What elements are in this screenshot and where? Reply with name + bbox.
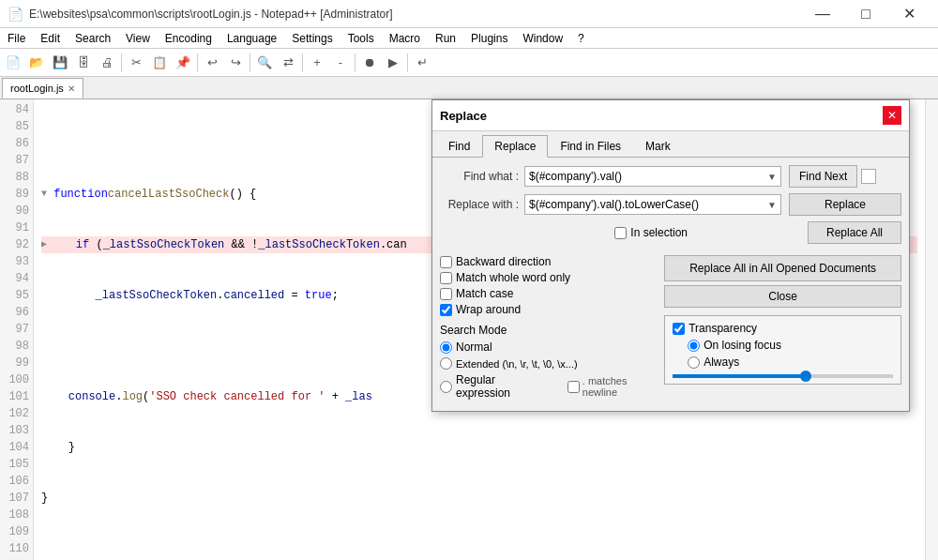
toolbar-open[interactable]: 📂 bbox=[25, 52, 48, 74]
dialog-titlebar: Replace ✕ bbox=[432, 100, 909, 131]
wrap-around-row: Wrap around bbox=[440, 303, 657, 316]
find-what-row: Find what : $(#company').val() ▼ Find Ne… bbox=[440, 165, 901, 188]
minimize-button[interactable]: — bbox=[801, 0, 844, 28]
search-mode-regex-row: Regular expression . matches newline bbox=[440, 373, 657, 400]
transparency-on-focus-radio[interactable] bbox=[688, 340, 700, 352]
toolbar-zoom-in[interactable]: + bbox=[306, 52, 328, 74]
toolbar-redo[interactable]: ↪ bbox=[224, 52, 247, 74]
dialog-tab-mark[interactable]: Mark bbox=[633, 135, 683, 157]
wrap-around-label: Wrap around bbox=[456, 303, 521, 316]
menu-settings[interactable]: Settings bbox=[284, 28, 340, 48]
find-what-value: $(#company').val() bbox=[529, 170, 622, 183]
dialog-right-col: Replace All in All Opened Documents Clos… bbox=[664, 255, 901, 403]
replace-with-row: Replace with : $(#company').val().toLowe… bbox=[440, 193, 901, 216]
title-bar: 📄 E:\websites\psa\common\scripts\rootLog… bbox=[0, 0, 938, 28]
search-mode-extended-label: Extended (\n, \r, \t, \0, \x...) bbox=[456, 358, 578, 370]
in-selection-checkbox[interactable] bbox=[614, 227, 627, 239]
match-whole-word-checkbox[interactable] bbox=[440, 272, 452, 284]
code-line-91: } bbox=[41, 490, 917, 507]
toolbar-saveall[interactable]: 🗄 bbox=[72, 52, 95, 74]
transparency-slider-track[interactable] bbox=[673, 374, 893, 378]
toolbar-save[interactable]: 💾 bbox=[49, 52, 71, 74]
find-next-col: Find Next bbox=[789, 165, 901, 188]
dialog-tab-find[interactable]: Find bbox=[436, 135, 482, 157]
window-close-button[interactable]: ✕ bbox=[887, 0, 930, 28]
replace-with-label: Replace with : bbox=[440, 198, 524, 211]
menu-language[interactable]: Language bbox=[219, 28, 284, 48]
dialog-close-btn[interactable]: ✕ bbox=[883, 106, 901, 125]
toolbar-macro-record[interactable]: ⏺ bbox=[358, 52, 381, 74]
dialog-tab-findinfiles[interactable]: Find in Files bbox=[548, 135, 633, 157]
transparency-on-focus-row: On losing focus bbox=[688, 339, 893, 352]
toolbar-sep-4 bbox=[302, 53, 303, 72]
search-mode-label: Search Mode bbox=[440, 324, 657, 337]
toolbar-undo[interactable]: ↩ bbox=[201, 52, 223, 74]
dialog-tab-replace[interactable]: Replace bbox=[482, 135, 548, 158]
transparency-slider-fill bbox=[673, 374, 805, 378]
vertical-scrollbar[interactable] bbox=[925, 99, 938, 560]
menu-view[interactable]: View bbox=[118, 28, 158, 48]
close-dialog-button[interactable]: Close bbox=[664, 285, 901, 308]
find-what-arrow-icon: ▼ bbox=[767, 172, 777, 182]
replace-with-arrow-icon: ▼ bbox=[767, 200, 777, 210]
matches-newline-checkbox[interactable] bbox=[567, 381, 580, 393]
toolbar-sep-2 bbox=[197, 53, 198, 72]
search-mode-normal-label: Normal bbox=[456, 341, 492, 354]
menu-plugins[interactable]: Plugins bbox=[463, 28, 515, 48]
match-case-checkbox[interactable] bbox=[440, 288, 452, 300]
toolbar-find[interactable]: 🔍 bbox=[253, 52, 276, 74]
toolbar-wordwrap[interactable]: ↵ bbox=[411, 52, 433, 74]
toolbar-print[interactable]: 🖨 bbox=[96, 52, 118, 74]
main-area: 84 85 86 87 88 89 90 91 92 93 94 95 96 9… bbox=[0, 99, 938, 560]
transparency-always-radio[interactable] bbox=[688, 356, 700, 369]
toolbar-zoom-out[interactable]: - bbox=[329, 52, 352, 74]
toolbar-sep-1 bbox=[121, 53, 122, 72]
backward-direction-row: Backward direction bbox=[440, 255, 657, 268]
find-what-label: Find what : bbox=[440, 170, 524, 183]
transparency-slider-thumb[interactable] bbox=[800, 371, 811, 382]
toolbar-replace[interactable]: ⇄ bbox=[277, 52, 299, 74]
search-mode-regex-radio[interactable] bbox=[440, 381, 452, 393]
transparency-label: Transparency bbox=[688, 322, 757, 335]
backward-direction-checkbox[interactable] bbox=[440, 256, 452, 268]
toolbar: 📄 📂 💾 🗄 🖨 ✂ 📋 📌 ↩ ↪ 🔍 ⇄ + - ⏺ ▶ ↵ bbox=[0, 49, 938, 77]
menu-run[interactable]: Run bbox=[428, 28, 463, 48]
transparency-always-row: Always bbox=[688, 356, 893, 369]
find-what-dropdown[interactable]: $(#company').val() ▼ bbox=[524, 166, 781, 187]
dialog-title: Replace bbox=[440, 109, 487, 123]
replace-button[interactable]: Replace bbox=[789, 193, 901, 216]
tab-close-btn[interactable]: ✕ bbox=[68, 83, 75, 94]
menu-bar: File Edit Search View Encoding Language … bbox=[0, 28, 938, 49]
replace-all-opened-button[interactable]: Replace All in All Opened Documents bbox=[664, 255, 901, 281]
find-checkbox[interactable] bbox=[861, 169, 876, 184]
in-selection-check: In selection bbox=[614, 221, 688, 244]
search-mode-extended-radio[interactable] bbox=[440, 357, 452, 370]
replace-with-value: $(#company').val().toLowerCase() bbox=[529, 198, 699, 211]
transparency-checkbox[interactable] bbox=[673, 323, 685, 335]
tab-rootloginjs[interactable]: rootLogin.js ✕ bbox=[2, 78, 83, 98]
maximize-button[interactable]: □ bbox=[844, 0, 887, 28]
menu-encoding[interactable]: Encoding bbox=[158, 28, 219, 48]
search-mode-normal-radio[interactable] bbox=[440, 341, 452, 354]
toolbar-macro-play[interactable]: ▶ bbox=[382, 52, 404, 74]
replace-all-button[interactable]: Replace All bbox=[808, 221, 901, 244]
toolbar-new[interactable]: 📄 bbox=[2, 52, 24, 74]
replace-btn-col: Replace bbox=[789, 193, 901, 216]
menu-edit[interactable]: Edit bbox=[33, 28, 68, 48]
transparency-header: Transparency bbox=[673, 322, 893, 335]
find-next-button[interactable]: Find Next bbox=[789, 165, 857, 188]
toolbar-sep-6 bbox=[407, 53, 408, 72]
menu-tools[interactable]: Tools bbox=[340, 28, 382, 48]
menu-window[interactable]: Window bbox=[515, 28, 570, 48]
menu-search[interactable]: Search bbox=[68, 28, 118, 48]
toolbar-copy[interactable]: 📋 bbox=[148, 52, 171, 74]
dialog-middle: Backward direction Match whole word only… bbox=[432, 255, 909, 411]
menu-help[interactable]: ? bbox=[570, 28, 592, 48]
menu-macro[interactable]: Macro bbox=[382, 28, 428, 48]
matches-newline-area: . matches newline bbox=[567, 375, 657, 398]
toolbar-cut[interactable]: ✂ bbox=[125, 52, 147, 74]
toolbar-paste[interactable]: 📌 bbox=[172, 52, 194, 74]
menu-file[interactable]: File bbox=[0, 28, 33, 48]
replace-with-dropdown[interactable]: $(#company').val().toLowerCase() ▼ bbox=[524, 194, 781, 215]
wrap-around-checkbox[interactable] bbox=[440, 304, 452, 316]
